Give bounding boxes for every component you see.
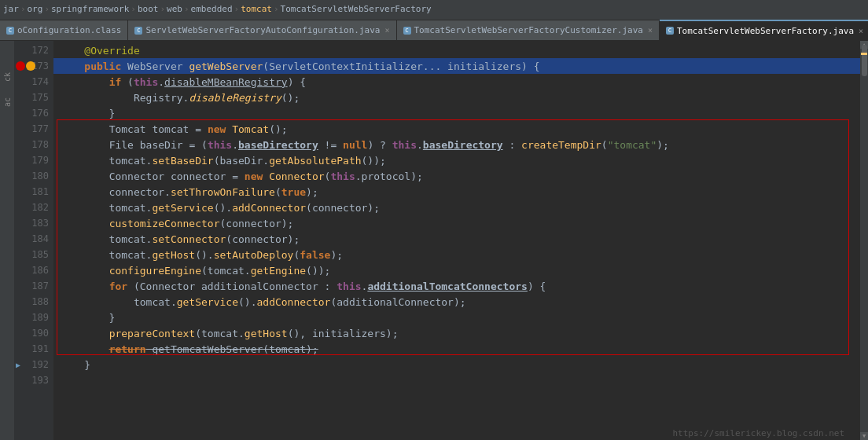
tab-auto-configuration[interactable]: c ServletWebServerFactoryAutoConfigurati… bbox=[128, 20, 396, 40]
bc-org: org bbox=[28, 4, 43, 14]
line-icons-173 bbox=[16, 61, 35, 71]
tab-label-1: oConfiguration.class bbox=[17, 25, 121, 35]
map-indicator bbox=[861, 53, 867, 55]
scrollbar-arrow-down[interactable]: ▼ bbox=[860, 432, 868, 440]
line-num-192: ▶ 192 bbox=[14, 357, 53, 372]
code-line-192: } bbox=[53, 357, 860, 372]
line-num-191: 191 bbox=[14, 341, 53, 357]
code-line-193 bbox=[53, 372, 860, 388]
code-line-176: } bbox=[53, 105, 860, 121]
side-label-ck: ck bbox=[3, 72, 12, 82]
code-line-182: tomcat.getService().addConnector(connect… bbox=[53, 200, 860, 215]
code-line-173: public WebServer getWebServer(ServletCon… bbox=[53, 58, 860, 74]
line-num-172: 172 bbox=[14, 42, 53, 58]
code-line-191: return getTomcatWebServer(tomcat); bbox=[53, 341, 860, 357]
side-label-ac: ac bbox=[3, 97, 12, 107]
line-num-184: 184 bbox=[14, 231, 53, 247]
gutter: 172 173 174 175 176 177 bbox=[14, 41, 53, 440]
tab-label-2: ServletWebServerFactoryAutoConfiguration… bbox=[145, 25, 380, 35]
tab-oconfiguration[interactable]: c oConfiguration.class bbox=[0, 20, 128, 40]
tabs-bar: c oConfiguration.class c ServletWebServe… bbox=[0, 17, 868, 41]
code-line-177: Tomcat tomcat = new Tomcat(); bbox=[53, 121, 860, 137]
line-num-193: 193 bbox=[14, 372, 53, 388]
line-num-180: 180 bbox=[14, 168, 53, 184]
tab-close-3[interactable]: × bbox=[648, 26, 653, 35]
line-num-188: 188 bbox=[14, 294, 53, 310]
code-line-185: tomcat.getHost().setAutoDeploy(false); bbox=[53, 247, 860, 262]
tab-close-4[interactable]: × bbox=[859, 27, 863, 35]
code-line-183: customizeConnector(connector); bbox=[53, 215, 860, 231]
code-line-175: Registry.disableRegistry(); bbox=[53, 90, 860, 105]
line-num-181: 181 bbox=[14, 184, 53, 200]
code-line-179: tomcat.setBaseDir(baseDir.getAbsolutePat… bbox=[53, 152, 860, 168]
line-num-183: 183 bbox=[14, 215, 53, 231]
line-num-185: 185 bbox=[14, 247, 53, 262]
code-line-186: configureEngine(tomcat.getEngine()); bbox=[53, 262, 860, 278]
code-line-190: prepareContext(tomcat.getHost(), initial… bbox=[53, 325, 860, 341]
code-line-174: if (this.disableMBeanRegistry) { bbox=[53, 74, 860, 90]
bc-tomcat: tomcat bbox=[241, 4, 272, 14]
bc-web: web bbox=[167, 4, 182, 14]
tab-label-3: TomcatServletWebServerFactoryCustomizer.… bbox=[414, 25, 643, 35]
line-numbers: 172 173 174 175 176 177 bbox=[14, 42, 53, 388]
line-num-179: 179 bbox=[14, 152, 53, 168]
code-line-184: tomcat.setConnector(connector); bbox=[53, 231, 860, 247]
code-line-189: } bbox=[53, 310, 860, 325]
line-num-187: 187 bbox=[14, 278, 53, 294]
line-num-178: 178 bbox=[14, 137, 53, 152]
tab-icon-1: c bbox=[6, 27, 14, 35]
code-line-180: Connector connector = new Connector(this… bbox=[53, 168, 860, 184]
bc-class: TomcatServletWebServerFactory bbox=[281, 4, 432, 14]
line-num-173: 173 bbox=[14, 58, 53, 74]
tab-factory[interactable]: c TomcatServletWebServerFactory.java × bbox=[660, 20, 868, 40]
vertical-scrollbar[interactable]: ▲ ▼ bbox=[860, 41, 868, 440]
code-line-172: @Override bbox=[53, 42, 860, 58]
bc-jar: jar bbox=[3, 4, 19, 14]
line-num-175: 175 bbox=[14, 90, 53, 105]
line-num-176: 176 bbox=[14, 105, 53, 121]
watermark: https://smilerickey.blog.csdn.net bbox=[672, 428, 844, 438]
tab-label-4: TomcatServletWebServerFactory.java bbox=[677, 26, 854, 36]
fold-icon-192: ▶ bbox=[16, 361, 20, 369]
code-line-187: for (Connector additionalConnector : thi… bbox=[53, 278, 860, 294]
debug-breakpoint-icon[interactable] bbox=[16, 61, 25, 71]
tab-close-2[interactable]: × bbox=[384, 26, 389, 35]
code-line-188: tomcat.getService().addConnector(additio… bbox=[53, 294, 860, 310]
code-line-181: connector.setThrowOnFailure(true); bbox=[53, 184, 860, 200]
bc-embedded: embedded bbox=[191, 4, 233, 14]
tab-customizer[interactable]: c TomcatServletWebServerFactoryCustomize… bbox=[397, 20, 660, 40]
code-area: ck ac 172 173 174 175 bbox=[0, 41, 868, 440]
scrollbar-thumb[interactable] bbox=[862, 45, 867, 76]
breadcrumb: jar › org › springframework › boot › web… bbox=[3, 4, 432, 14]
line-num-186: 186 bbox=[14, 262, 53, 278]
bc-springframework: springframework bbox=[51, 4, 129, 14]
line-num-190: 190 bbox=[14, 325, 53, 341]
tab-icon-3: c bbox=[403, 27, 411, 35]
line-num-177: 177 bbox=[14, 121, 53, 137]
nav-bar: jar › org › springframework › boot › web… bbox=[0, 0, 868, 17]
code-line-178: File baseDir = (this.baseDirectory != nu… bbox=[53, 137, 860, 152]
left-panel: ck ac bbox=[0, 41, 14, 440]
code-content: @Override public WebServer getWebServer(… bbox=[53, 41, 860, 440]
tab-icon-4: c bbox=[666, 27, 674, 35]
line-num-174: 174 bbox=[14, 74, 53, 90]
line-num-189: 189 bbox=[14, 310, 53, 325]
warn-icon bbox=[26, 61, 35, 71]
bc-boot: boot bbox=[138, 4, 159, 14]
line-num-182: 182 bbox=[14, 200, 53, 215]
tab-icon-2: c bbox=[134, 27, 142, 35]
